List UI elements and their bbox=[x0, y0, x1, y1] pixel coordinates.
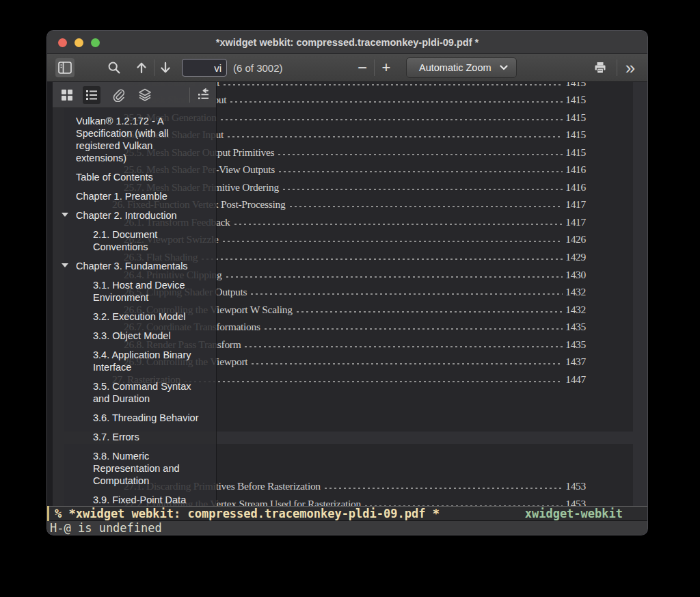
emacs-xwidget-window: *xwidget webkit: compressed.tracemonkey-… bbox=[46, 30, 648, 535]
layers-view-button[interactable] bbox=[136, 86, 154, 104]
twisty-icon[interactable] bbox=[62, 263, 68, 267]
outline-item[interactable]: 3.4. Application Binary Interface bbox=[53, 349, 216, 373]
sidebar: Vulkan® 1.2.172 - A Specification (with … bbox=[53, 82, 217, 506]
zoom-select[interactable]: Automatic Zoom bbox=[406, 57, 517, 78]
dotted-leader bbox=[282, 188, 563, 191]
dotted-leader bbox=[200, 258, 563, 261]
printer-icon bbox=[593, 61, 607, 75]
outline-item[interactable]: 3.3. Object Model bbox=[53, 330, 216, 342]
outline-item[interactable]: 2.1. Document Conventions bbox=[53, 228, 216, 253]
outline-icon bbox=[85, 89, 98, 101]
sidebar-toolbar bbox=[53, 82, 216, 108]
outline-item-label: 3.5. Command Syntax and Duration bbox=[93, 380, 213, 405]
find-button[interactable] bbox=[105, 58, 124, 77]
print-button[interactable] bbox=[591, 58, 610, 77]
modeline-buffer-name: % *xwidget webkit: compressed.tracemonke… bbox=[55, 507, 440, 520]
echo-message: H-@ is undefined bbox=[50, 521, 162, 535]
outline-item[interactable]: Vulkan® 1.2.172 - A Specification (with … bbox=[53, 115, 216, 164]
outline-item-label: 3.7. Errors bbox=[93, 431, 213, 443]
sidebar-toggle-icon bbox=[58, 62, 72, 74]
dotted-leader bbox=[183, 380, 563, 383]
outline-item[interactable]: 3.2. Execution Model bbox=[53, 310, 216, 323]
page-up-button[interactable] bbox=[132, 58, 151, 77]
outline-item-label: Chapter 2. Introduction bbox=[76, 209, 196, 222]
outline-item-label: 3.2. Execution Model bbox=[93, 310, 213, 323]
outline-item-label: Chapter 1. Preamble bbox=[76, 190, 196, 202]
up-arrow-icon bbox=[135, 61, 148, 75]
outline-item-label: Table of Contents bbox=[76, 171, 196, 183]
outline-item-label: Vulkan® 1.2.172 - A Specification (with … bbox=[76, 115, 196, 164]
sidebar-toggle-button[interactable] bbox=[55, 58, 75, 77]
page-down-button[interactable] bbox=[156, 58, 175, 77]
toc-page-number: 1430 bbox=[565, 266, 586, 284]
modeline-mode-name: xwidget-webkit bbox=[525, 507, 623, 520]
thumbnails-icon bbox=[61, 89, 73, 101]
outline-item[interactable]: Chapter 1. Preamble bbox=[53, 190, 216, 202]
dotted-leader bbox=[250, 293, 563, 295]
fullscreen-button[interactable] bbox=[91, 38, 100, 47]
viewer-left-strip bbox=[47, 82, 53, 506]
outline-item-label: 3.4. Application Binary Interface bbox=[93, 349, 213, 373]
thumbnails-view-button[interactable] bbox=[58, 86, 76, 104]
titlebar: *xwidget webkit: compressed.tracemonkey-… bbox=[47, 31, 647, 54]
outline-item[interactable]: 3.6. Threading Behavior bbox=[53, 412, 216, 424]
toc-page-number: 1432 bbox=[565, 301, 586, 319]
attachments-view-button[interactable] bbox=[110, 86, 128, 104]
outline-item[interactable]: 3.9. Fixed-Point Data bbox=[53, 494, 216, 506]
outline-item[interactable]: Chapter 3. Fundamentals bbox=[53, 260, 216, 272]
outline-item-label: Chapter 3. Fundamentals bbox=[76, 260, 196, 272]
zoom-out-button[interactable]: − bbox=[353, 58, 371, 77]
dotted-leader bbox=[250, 362, 563, 365]
window-title: *xwidget webkit: compressed.tracemonkey-… bbox=[47, 37, 647, 48]
outline-item[interactable]: 3.1. Host and Device Environment bbox=[53, 279, 216, 304]
close-button[interactable] bbox=[58, 38, 67, 47]
minimize-button[interactable] bbox=[75, 38, 83, 47]
toc-page-number: 1417 bbox=[565, 213, 586, 231]
locate-outline-icon bbox=[197, 88, 210, 101]
outline-item-label: 2.1. Document Conventions bbox=[93, 228, 213, 253]
toc-page-number: 1435 bbox=[565, 318, 586, 336]
twisty-icon[interactable] bbox=[62, 213, 68, 217]
toc-page-number: 1426 bbox=[565, 230, 586, 248]
down-arrow-icon bbox=[159, 61, 172, 75]
toc-page-number: 1437 bbox=[565, 353, 586, 371]
plus-icon: + bbox=[382, 60, 391, 75]
outline-item-label: 3.1. Host and Device Environment bbox=[93, 279, 213, 304]
outline-item[interactable]: Table of Contents bbox=[53, 171, 216, 183]
outline-view-button[interactable] bbox=[83, 86, 100, 104]
toc-page-number: 1416 bbox=[565, 178, 586, 196]
toc-page-number: 1453 bbox=[565, 477, 586, 495]
page-number-input[interactable] bbox=[182, 59, 227, 77]
outline-item[interactable]: 3.5. Command Syntax and Duration bbox=[53, 380, 216, 405]
outline-item-label: 3.6. Threading Behavior bbox=[93, 412, 213, 424]
dotted-leader bbox=[229, 101, 563, 103]
outline-item[interactable]: 3.7. Errors bbox=[53, 431, 216, 443]
outline-item[interactable]: Chapter 2. Introduction bbox=[53, 209, 216, 222]
toolbar-divider bbox=[374, 59, 375, 76]
overflow-menu-button[interactable]: » bbox=[621, 58, 639, 77]
dotted-leader bbox=[225, 276, 563, 278]
toolbar-divider bbox=[154, 59, 154, 76]
modeline: % *xwidget webkit: compressed.tracemonke… bbox=[47, 506, 647, 521]
dotted-leader bbox=[277, 153, 563, 156]
dotted-leader bbox=[222, 83, 563, 86]
modeline-accent-bar bbox=[47, 506, 49, 521]
double-chevron-icon: » bbox=[625, 59, 635, 77]
layers-icon bbox=[138, 88, 152, 102]
sidebar-toolbar-divider bbox=[189, 88, 190, 103]
toc-page-number: 1415 bbox=[565, 144, 586, 161]
minus-icon: − bbox=[358, 59, 367, 76]
search-icon bbox=[107, 61, 121, 75]
toolbar-divider bbox=[617, 59, 617, 76]
paperclip-icon bbox=[112, 88, 126, 102]
dotted-leader bbox=[243, 345, 563, 348]
outline-item-label: 3.3. Object Model bbox=[93, 330, 213, 342]
toc-page-number: 1416 bbox=[565, 161, 586, 178]
outline-item-label: 3.8. Numeric Representation and Computat… bbox=[93, 450, 213, 487]
page-count-label: (6 of 3002) bbox=[233, 62, 283, 74]
current-outline-item-button[interactable] bbox=[194, 86, 212, 104]
outline-item[interactable]: 3.8. Numeric Representation and Computat… bbox=[53, 450, 216, 487]
dotted-leader bbox=[233, 223, 563, 226]
dotted-leader bbox=[295, 310, 563, 313]
zoom-in-button[interactable]: + bbox=[377, 58, 395, 77]
